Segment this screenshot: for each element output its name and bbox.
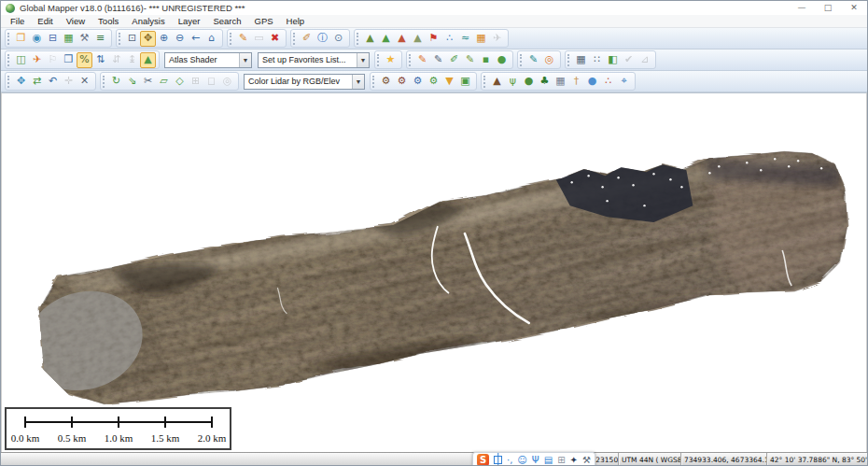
menu-view[interactable]: View (60, 16, 91, 26)
digitizer-tool-icon[interactable]: ✎ (235, 31, 251, 47)
map-layout-icon[interactable]: ▦ (61, 31, 77, 47)
zoom-out-icon[interactable]: ⊖ (172, 31, 188, 47)
rotate-feature-icon[interactable]: ↻ (108, 74, 124, 90)
online-data-icon[interactable]: ◉ (29, 31, 45, 47)
pan-tool-icon[interactable]: ✥ (13, 74, 29, 90)
edit-feature-icon[interactable]: ✎ (525, 52, 541, 68)
toolbar-grip[interactable] (119, 33, 121, 45)
class-ground-icon[interactable]: ▲ (489, 74, 505, 90)
shader-combo[interactable]: Atlas Shader▼ (164, 52, 252, 68)
class-low-vegetation-icon[interactable]: ψ (505, 74, 521, 90)
delete-selected-icon[interactable]: ✖ (267, 31, 283, 47)
menu-file[interactable]: File (4, 16, 31, 26)
zoom-in-icon[interactable]: ⊕ (156, 31, 172, 47)
chevron-down-icon[interactable]: ▼ (239, 53, 251, 67)
walk-mode-icon[interactable]: ✈ (29, 52, 45, 68)
auto-classify-ground-icon[interactable]: ⚙ (378, 74, 394, 90)
map-area[interactable]: 0.0 km0.5 km1.0 km1.5 km2.0 km (1, 92, 867, 452)
map-layout-panel-icon[interactable]: ◫ (13, 52, 29, 68)
lidar-filter-icon[interactable]: ▼ (441, 74, 457, 90)
class-medium-vegetation-icon[interactable]: ● (521, 74, 537, 90)
create-area-feature-icon[interactable]: ✎ (462, 52, 478, 68)
create-spline-feature-icon[interactable]: ✐ (446, 52, 462, 68)
toolbar-grip[interactable] (293, 33, 296, 45)
skin-icon[interactable]: ✦ (570, 453, 578, 466)
emoji-icon[interactable]: ☺ (517, 453, 526, 466)
auto-classify-noise-icon[interactable]: ⚙ (394, 74, 410, 90)
class-powerline-icon[interactable]: † (568, 74, 584, 90)
keyboard-icon[interactable]: ▤ (544, 453, 553, 466)
apply-style-icon[interactable]: ◧ (605, 52, 621, 68)
configuration-icon[interactable]: ⚒ (77, 31, 92, 47)
join-lines-icon[interactable]: ▱ (156, 74, 172, 90)
class-water-icon[interactable]: ● (584, 74, 600, 90)
ime-toolbar[interactable]: S·,☺Ψ▤⊞✦⚒ (472, 452, 595, 466)
full-view-icon[interactable]: ⌂ (203, 31, 219, 47)
lidar-fence-icon[interactable]: ⇅ (92, 52, 108, 68)
close-button[interactable]: ✕ (841, 1, 867, 15)
select-target-icon[interactable]: ◎ (541, 52, 557, 68)
class-noise-icon[interactable]: ∴ (600, 74, 616, 90)
toolbar-grip[interactable] (377, 54, 380, 66)
chevron-down-icon[interactable]: ▼ (352, 75, 364, 89)
create-point-symbol-icon[interactable]: ● (494, 52, 510, 68)
contour-generation-icon[interactable]: ≈ (457, 31, 473, 47)
watershed-icon[interactable]: ▲ (410, 31, 426, 47)
toolbar-grip[interactable] (483, 76, 486, 88)
toolbar-grip[interactable] (7, 33, 10, 45)
toolbar-grip[interactable] (7, 76, 10, 88)
toolbar-grip[interactable] (567, 54, 570, 66)
toolbar-grip[interactable] (7, 54, 10, 66)
scale-feature-icon[interactable]: ⇘ (124, 74, 140, 90)
atlas-shader-icon[interactable]: ▲ (140, 52, 156, 68)
terrain-point-cloud[interactable] (2, 93, 867, 452)
lidar-color-combo[interactable]: Color Lidar by RGB/Elev▼ (244, 74, 365, 90)
zoom-rect-icon[interactable]: ⊡ (124, 31, 140, 47)
menu-edit[interactable]: Edit (31, 16, 59, 26)
toolbar-grip[interactable] (409, 54, 412, 66)
voice-input-icon[interactable]: Ψ (532, 453, 539, 466)
toolbar-grip[interactable] (103, 76, 105, 88)
attribute-table-edit-icon[interactable]: ▦ (573, 52, 589, 68)
perpendicular-profile-icon[interactable]: % (77, 52, 92, 68)
vertex-edit-icon[interactable]: ∷ (589, 52, 605, 68)
menu-layer[interactable]: Layer (172, 16, 207, 26)
zoom-previous-icon[interactable]: ← (188, 31, 203, 47)
move-feature-icon[interactable]: ⇄ (29, 74, 45, 90)
toolbar-grip[interactable] (520, 54, 523, 66)
chevron-down-icon[interactable]: ▼ (357, 53, 369, 67)
search-vector-data-icon[interactable]: ⊙ (330, 31, 346, 47)
select-lidar-icon[interactable]: ⌖ (616, 74, 632, 90)
save-workspace-icon[interactable]: ⊟ (45, 31, 61, 47)
menu-tools[interactable]: Tools (91, 16, 125, 26)
view-shed-icon[interactable]: ▲ (394, 31, 410, 47)
lidar-edit-icon[interactable]: ▣ (457, 74, 473, 90)
favorites-combo[interactable]: Set up Favorites List...▼ (258, 52, 370, 68)
settings-wrench-icon[interactable]: ⚒ (582, 453, 591, 466)
menu-analysis[interactable]: Analysis (125, 16, 171, 26)
create-line-feature-icon[interactable]: ✎ (430, 52, 446, 68)
path-profile-icon[interactable]: ▲ (362, 31, 378, 47)
chinese-mode-icon[interactable] (494, 456, 502, 464)
grab-pan-icon[interactable]: ✥ (140, 31, 156, 47)
line-of-sight-icon[interactable]: ▲ (378, 31, 394, 47)
punctuation-icon[interactable]: ·, (507, 453, 512, 466)
favorites-star-icon[interactable]: ★ (383, 52, 399, 68)
menu-gps[interactable]: GPS (248, 16, 280, 26)
undo-move-icon[interactable]: ↶ (45, 74, 61, 90)
measure-tool-icon[interactable]: ✐ (299, 31, 315, 47)
overlay-control-center-icon[interactable]: ≡ (92, 31, 108, 47)
open-data-icon[interactable]: ❐ (13, 31, 29, 47)
auto-classify-vegetation-icon[interactable]: ⚙ (426, 74, 441, 90)
toolbox-icon[interactable]: ⊞ (557, 453, 565, 466)
view-3d-icon[interactable]: ❒ (61, 52, 77, 68)
menu-help[interactable]: Help (280, 16, 312, 26)
class-building-icon[interactable]: ▦ (553, 74, 568, 90)
menu-search[interactable]: Search (206, 16, 247, 26)
hill-shading-icon[interactable]: ▦ (473, 31, 489, 47)
toolbar-grip[interactable] (357, 33, 359, 45)
minimize-button[interactable]: — (789, 1, 815, 15)
simplify-line-icon[interactable]: ◇ (172, 74, 188, 90)
delete-vertex-icon[interactable]: ✕ (77, 74, 92, 90)
fly-through-icon[interactable]: ⚑ (426, 31, 441, 47)
